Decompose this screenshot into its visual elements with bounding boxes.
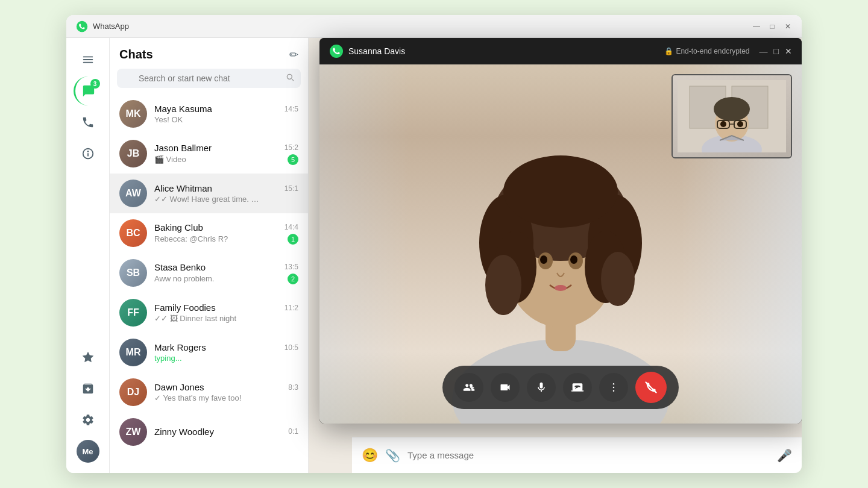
chat-time: 8:3 <box>288 383 298 392</box>
avatar: ZW <box>119 418 147 446</box>
chat-name-row: Dawn Jones 8:3 <box>154 382 298 392</box>
svg-point-33 <box>720 121 726 127</box>
chat-info: Alice Whitman 15:1 ✓✓ Wow! Have great ti… <box>154 183 298 204</box>
chat-time: 14:5 <box>285 105 298 113</box>
chat-preview-row: Yes! OK <box>154 115 298 124</box>
mute-button[interactable] <box>527 373 556 402</box>
svg-rect-1 <box>83 57 93 58</box>
chat-preview: ✓ Yes that's my fave too! <box>154 393 241 402</box>
avatar: SB <box>119 259 147 287</box>
sidebar-hamburger[interactable] <box>74 45 102 74</box>
chat-item-zinny[interactable]: ZW Zinny Woodley 0:1 <box>110 412 308 452</box>
chat-time: 15:2 <box>285 143 298 152</box>
chats-badge: 3 <box>90 79 100 89</box>
chat-preview-row: ✓✓ 🖼 Dinner last night <box>154 314 298 323</box>
avatar: MK <box>119 100 147 128</box>
chat-preview: typing... <box>154 354 182 363</box>
search-bar <box>117 69 301 88</box>
search-input[interactable] <box>117 69 301 88</box>
chat-list: MK Maya Kasuma 14:5 Yes! OK JB Jason Bal… <box>110 94 308 473</box>
avatar: DJ <box>119 378 147 406</box>
emoji-button[interactable]: 😊 <box>362 448 378 463</box>
unread-badge: 5 <box>288 154 298 165</box>
call-whatsapp-logo <box>329 44 344 58</box>
encryption-label: 🔒 End-to-end endcrypted <box>664 47 749 55</box>
call-controls <box>442 366 679 409</box>
call-window-controls: — □ ✕ <box>760 46 792 56</box>
chat-info: Jason Ballmer 15:2 🎬 Video 5 <box>154 143 298 165</box>
call-close-button[interactable]: ✕ <box>785 46 792 56</box>
unread-badge: 2 <box>288 274 298 284</box>
chat-time: 11:2 <box>285 304 298 312</box>
call-maximize-button[interactable]: □ <box>774 46 779 56</box>
app-title: WhatsApp <box>93 22 752 31</box>
screen-share-button[interactable] <box>563 373 592 402</box>
chat-name: Stasa Benko <box>154 262 206 272</box>
svg-point-0 <box>77 20 87 31</box>
title-bar: WhatsApp — □ ✕ <box>66 15 802 38</box>
more-options-button[interactable] <box>599 373 628 402</box>
chats-panel: Chats ✏ MK Maya Kasuma 14:5 <box>110 38 309 473</box>
svg-point-35 <box>613 383 615 385</box>
chat-preview: Aww no problem. <box>154 274 214 283</box>
chat-name-row: Mark Rogers 10:5 <box>154 342 298 352</box>
mic-button[interactable]: 🎤 <box>777 448 792 463</box>
chat-info: Stasa Benko 13:5 Aww no problem. 2 <box>154 262 298 284</box>
chat-item-mark[interactable]: MR Mark Rogers 10:5 typing... <box>110 333 308 372</box>
svg-point-34 <box>737 121 743 127</box>
self-video-pip <box>671 74 792 158</box>
avatar: MR <box>119 339 147 366</box>
chats-header-icons: ✏ <box>289 48 298 61</box>
chat-preview-row: ✓✓ Wow! Have great time. Enjoy. <box>154 195 298 204</box>
close-button[interactable]: ✕ <box>784 22 792 31</box>
chat-preview-row: ✓ Yes that's my fave too! <box>154 393 298 402</box>
camera-button[interactable] <box>491 373 520 402</box>
sidebar-item-starred[interactable] <box>74 343 102 372</box>
chat-name: Alice Whitman <box>154 183 212 193</box>
svg-line-38 <box>646 382 656 393</box>
chat-name: Zinny Woodley <box>154 427 214 437</box>
chat-item-stasa[interactable]: SB Stasa Benko 13:5 Aww no problem. 2 <box>110 253 308 293</box>
svg-point-16 <box>485 255 521 315</box>
chat-info: Maya Kasuma 14:5 Yes! OK <box>154 104 298 124</box>
chat-name: Family Foodies <box>154 302 216 313</box>
sidebar-item-settings[interactable] <box>74 405 102 434</box>
chat-preview: Yes! OK <box>154 115 183 124</box>
chat-item-baking[interactable]: BC Baking Club 14:4 Rebecca: @Chris R? 1 <box>110 213 308 253</box>
svg-point-17 <box>601 252 635 306</box>
chat-name-row: Maya Kasuma 14:5 <box>154 104 298 114</box>
chat-item-family[interactable]: FF Family Foodies 11:2 ✓✓ 🖼 Dinner last … <box>110 293 308 333</box>
add-participant-button[interactable] <box>454 373 483 402</box>
chat-name-row: Zinny Woodley 0:1 <box>154 427 298 437</box>
message-input[interactable] <box>407 450 770 460</box>
svg-point-36 <box>613 387 615 389</box>
search-icon <box>285 72 295 84</box>
chat-item-maya[interactable]: MK Maya Kasuma 14:5 Yes! OK <box>110 94 308 134</box>
lock-icon: 🔒 <box>664 47 673 55</box>
app-window: WhatsApp — □ ✕ 3 <box>66 15 802 473</box>
sidebar-item-status[interactable] <box>74 139 102 168</box>
chat-name: Baking Club <box>154 222 203 233</box>
svg-point-22 <box>570 255 577 264</box>
sidebar-item-calls[interactable] <box>74 108 102 137</box>
sidebar-avatar[interactable]: Me <box>74 437 102 466</box>
chat-info: Mark Rogers 10:5 typing... <box>154 342 298 363</box>
chat-name-row: Alice Whitman 15:1 <box>154 183 298 193</box>
svg-rect-6 <box>87 153 89 157</box>
sidebar-item-archive[interactable] <box>74 374 102 403</box>
chat-name: Mark Rogers <box>154 342 206 352</box>
chat-time: 0:1 <box>288 427 298 436</box>
maximize-button[interactable]: □ <box>768 22 776 31</box>
new-chat-button[interactable]: ✏ <box>289 48 298 61</box>
chat-item-dawn[interactable]: DJ Dawn Jones 8:3 ✓ Yes that's my fave t… <box>110 372 308 412</box>
self-video-person <box>678 80 786 152</box>
minimize-button[interactable]: — <box>752 22 761 31</box>
chat-info: Dawn Jones 8:3 ✓ Yes that's my fave too! <box>154 382 298 402</box>
sidebar-item-chats[interactable]: 3 <box>74 77 102 105</box>
chat-preview: 🎬 Video <box>154 155 186 164</box>
call-minimize-button[interactable]: — <box>760 46 768 56</box>
attach-button[interactable]: 📎 <box>385 448 400 463</box>
chat-item-alice[interactable]: AW Alice Whitman 15:1 ✓✓ Wow! Have great… <box>110 174 308 213</box>
end-call-button[interactable] <box>635 372 667 403</box>
chat-item-jason[interactable]: JB Jason Ballmer 15:2 🎬 Video 5 <box>110 134 308 174</box>
